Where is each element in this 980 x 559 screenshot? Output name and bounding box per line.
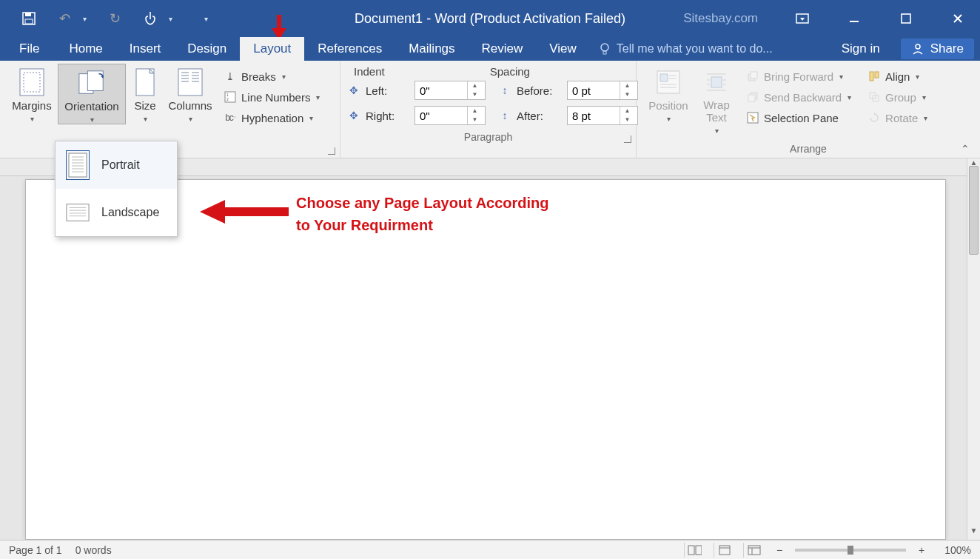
- svg-rect-33: [711, 77, 722, 87]
- chevron-down-icon: ▾: [715, 127, 719, 135]
- indent-right-input[interactable]: ▲▼: [415, 106, 486, 125]
- spacing-after-field[interactable]: [568, 110, 620, 122]
- tell-me-placeholder: Tell me what you want to do...: [617, 42, 773, 56]
- orientation-portrait-item[interactable]: Portrait: [56, 141, 177, 189]
- spin-up-icon[interactable]: ▲: [468, 81, 482, 90]
- ribbon-display-icon[interactable]: [788, 7, 817, 30]
- svg-rect-6: [277, 15, 281, 30]
- zoom-level[interactable]: 100%: [937, 544, 971, 556]
- spacing-after-input[interactable]: ▲▼: [567, 106, 638, 125]
- chevron-down-icon: ▾: [922, 93, 926, 101]
- collapse-ribbon-icon[interactable]: ⌃: [961, 143, 974, 153]
- breaks-button[interactable]: ⤓ Breaks ▾: [221, 68, 323, 84]
- print-layout-icon[interactable]: [714, 543, 734, 558]
- undo-dropdown-icon[interactable]: ▾: [81, 16, 87, 21]
- bring-forward-button[interactable]: Bring Forward ▾: [743, 68, 854, 84]
- indent-left-icon: ✥: [346, 84, 361, 96]
- line-numbers-button[interactable]: 12 Line Numbers ▾: [221, 89, 323, 105]
- save-icon[interactable]: [21, 10, 37, 27]
- rotate-button[interactable]: Rotate ▾: [865, 110, 930, 126]
- spin-down-icon[interactable]: ▼: [620, 116, 634, 124]
- maximize-icon[interactable]: [891, 7, 921, 30]
- margins-icon: [18, 68, 46, 96]
- selection-pane-icon: [746, 111, 759, 124]
- chevron-down-icon: ▾: [316, 93, 320, 101]
- redo-icon[interactable]: ↻: [107, 10, 123, 27]
- spin-up-icon[interactable]: ▲: [620, 107, 634, 116]
- send-backward-button[interactable]: Send Backward ▾: [743, 89, 854, 105]
- orientation-icon: [78, 69, 106, 97]
- spin-down-icon[interactable]: ▼: [620, 90, 634, 99]
- tab-review[interactable]: Review: [469, 37, 537, 61]
- indent-left-field[interactable]: [415, 84, 467, 97]
- zoom-slider[interactable]: [795, 549, 906, 552]
- orientation-button[interactable]: Orientation ▾: [58, 64, 126, 124]
- margins-button[interactable]: Margins ▾: [6, 64, 58, 123]
- tab-references[interactable]: References: [304, 37, 395, 61]
- tell-me-search[interactable]: Tell me what you want to do...: [599, 37, 773, 61]
- zoom-slider-knob[interactable]: [848, 546, 853, 555]
- touch-dropdown-icon[interactable]: ▾: [167, 16, 173, 21]
- bring-forward-icon: [746, 70, 759, 83]
- dialog-launcher-icon[interactable]: [328, 147, 335, 155]
- hyphenation-icon: bc⁻: [224, 111, 237, 124]
- title-bar: ↶ ▾ ↻ ▾ ▾ Document1 - Word (Product Acti…: [0, 0, 980, 37]
- tab-file[interactable]: File: [0, 37, 56, 61]
- zoom-out-button[interactable]: −: [773, 544, 786, 556]
- watermark-label: Sitesbay.com: [683, 11, 758, 26]
- spacing-before-input[interactable]: ▲▼: [567, 81, 638, 100]
- size-button[interactable]: Size ▾: [126, 64, 164, 123]
- columns-button[interactable]: Columns ▾: [164, 64, 216, 123]
- indent-left-input[interactable]: ▲▼: [415, 81, 486, 100]
- sign-in-link[interactable]: Sign in: [833, 41, 889, 56]
- group-objects-button[interactable]: Group ▾: [865, 89, 930, 105]
- tab-mailings[interactable]: Mailings: [395, 37, 468, 61]
- scroll-down-icon[interactable]: ▼: [967, 526, 980, 540]
- spin-down-icon[interactable]: ▼: [468, 90, 482, 99]
- close-icon[interactable]: [943, 7, 973, 30]
- dialog-launcher-icon[interactable]: [624, 135, 631, 143]
- tab-design[interactable]: Design: [174, 37, 240, 61]
- spin-up-icon[interactable]: ▲: [620, 81, 634, 90]
- undo-icon[interactable]: ↶: [56, 10, 73, 27]
- chevron-down-icon: ▾: [309, 114, 313, 122]
- share-button[interactable]: Share: [901, 39, 974, 59]
- group-label-arrange: Arrange: [642, 143, 974, 156]
- indent-right-field[interactable]: [415, 110, 467, 122]
- spacing-after-label: After:: [517, 110, 563, 122]
- svg-rect-41: [751, 72, 757, 78]
- scroll-thumb[interactable]: [969, 166, 979, 255]
- chevron-down-icon: ▾: [144, 115, 147, 123]
- selection-pane-button[interactable]: Selection Pane: [743, 110, 854, 126]
- minimize-icon[interactable]: [839, 7, 869, 30]
- svg-point-9: [916, 44, 920, 49]
- wrap-text-button[interactable]: Wrap Text ▾: [694, 64, 739, 135]
- chevron-down-icon: ▾: [848, 93, 851, 101]
- orientation-landscape-item[interactable]: Landscape: [56, 189, 177, 236]
- vertical-scrollbar[interactable]: ▲ ▼: [967, 158, 980, 540]
- tab-home[interactable]: Home: [56, 37, 115, 61]
- zoom-in-button[interactable]: +: [915, 544, 928, 556]
- qat-customize-icon[interactable]: ▾: [203, 16, 209, 21]
- touch-mode-icon[interactable]: [142, 10, 158, 27]
- tab-layout[interactable]: Layout: [240, 37, 304, 61]
- spin-down-icon[interactable]: ▼: [468, 116, 482, 124]
- share-icon: [911, 42, 924, 56]
- hyphenation-button[interactable]: bc⁻ Hyphenation ▾: [221, 110, 323, 126]
- spin-up-icon[interactable]: ▲: [468, 107, 482, 116]
- window-title: Document1 - Word (Product Activation Fai…: [355, 11, 625, 27]
- status-page[interactable]: Page 1 of 1: [9, 544, 62, 556]
- tab-view[interactable]: View: [536, 37, 590, 61]
- spacing-before-field[interactable]: [568, 84, 620, 97]
- web-layout-icon[interactable]: [743, 543, 764, 558]
- rotate-icon: [867, 111, 881, 124]
- svg-rect-56: [67, 204, 89, 221]
- position-button[interactable]: Position ▾: [642, 64, 694, 123]
- read-mode-icon[interactable]: [684, 543, 705, 558]
- indent-header: Indent: [354, 65, 385, 78]
- svg-rect-45: [870, 72, 873, 81]
- status-words[interactable]: 0 words: [75, 544, 112, 556]
- align-button[interactable]: Align ▾: [865, 68, 930, 84]
- tab-insert[interactable]: Insert: [116, 37, 175, 61]
- send-backward-icon: [746, 90, 759, 104]
